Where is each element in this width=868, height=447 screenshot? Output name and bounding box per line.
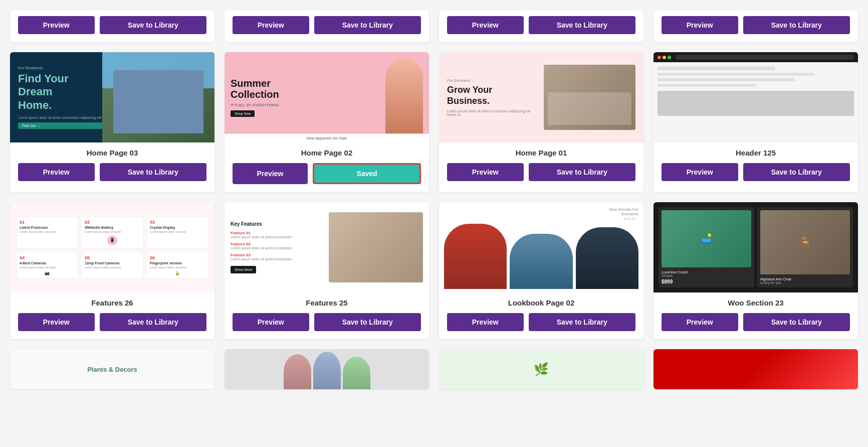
card-body-features26: Features 26 Preview Save to Library bbox=[10, 292, 214, 339]
team-person-2 bbox=[313, 352, 341, 389]
garden-icon: 🌿 bbox=[534, 362, 549, 376]
lookbook-header: New Arrivals ForEveryoneShop All → bbox=[444, 207, 638, 221]
save-button-features26[interactable]: Save to Library bbox=[100, 313, 207, 331]
save-button-features25[interactable]: Save to Library bbox=[314, 313, 421, 331]
card-actions-woo23: Preview Save to Library bbox=[662, 313, 850, 331]
lookbook-persons bbox=[444, 224, 638, 289]
save-button-header125[interactable]: Save to Library bbox=[743, 163, 850, 181]
home02-btn: Shop Now bbox=[231, 110, 255, 117]
preview-button-top-2[interactable]: Preview bbox=[233, 16, 309, 34]
card-garden: 🌿 bbox=[439, 349, 643, 389]
thumbnail-home02: SummerCollection IT'S ALL BY EVERYTHING … bbox=[225, 52, 429, 142]
preview-button-features26[interactable]: Preview bbox=[18, 313, 95, 331]
thumbnail-woo23: 🛋️ Luxurious Couch Unique $899 🪑 Highbac… bbox=[654, 202, 858, 292]
card-title-home02: Home Page 02 bbox=[233, 148, 421, 157]
thumbnail-red bbox=[654, 349, 858, 389]
thumbnail-team bbox=[225, 349, 429, 389]
thumbnail-plants: Plants & Decors bbox=[10, 349, 214, 389]
card-title-header125: Header 125 bbox=[662, 148, 850, 157]
card-top-3: Preview Save to Library bbox=[439, 10, 643, 42]
browser-bar bbox=[654, 52, 858, 62]
thumbnail-features25: Key Features Feature 01 Lorem ipsum dolo… bbox=[225, 202, 429, 292]
content-line-3 bbox=[658, 78, 795, 81]
card-title-woo23: Woo Section 23 bbox=[662, 299, 850, 307]
home02-sub: IT'S ALL BY EVERYTHING bbox=[231, 103, 381, 107]
card-home02: SummerCollection IT'S ALL BY EVERYTHING … bbox=[225, 52, 429, 192]
save-button-top-1[interactable]: Save to Library bbox=[100, 16, 207, 34]
home01-sub: Lorem ipsum dolor sit amet consectetur a… bbox=[447, 109, 539, 116]
home03-image bbox=[102, 52, 214, 142]
dot-green bbox=[668, 56, 671, 59]
card-actions-home02: Preview Saved bbox=[233, 163, 421, 184]
home02-headline: SummerCollection bbox=[231, 78, 381, 100]
card-plants: Plants & Decors bbox=[10, 349, 214, 389]
card-home03: For Residents Find YourDreamHome. Lorem … bbox=[10, 52, 214, 192]
saved-button-home02[interactable]: Saved bbox=[313, 163, 421, 184]
home01-text: For Business Grow YourBusiness. Lorem ip… bbox=[447, 78, 539, 116]
card-actions-home03: Preview Save to Library bbox=[18, 163, 206, 181]
dot-red bbox=[658, 56, 661, 59]
card-top-2: Preview Save to Library bbox=[225, 10, 429, 42]
thumbnail-header125 bbox=[654, 52, 858, 142]
card-actions-lookbook02: Preview Save to Library bbox=[447, 313, 635, 331]
home02-person bbox=[385, 59, 423, 136]
card-body-lookbook02: Lookbook Page 02 Preview Save to Library bbox=[439, 292, 643, 339]
feat26-item-3: 03 Crystal Display Lorem ipsum dolor sit… bbox=[146, 216, 208, 249]
card-features25: Key Features Feature 01 Lorem ipsum dolo… bbox=[225, 202, 429, 339]
save-button-top-3[interactable]: Save to Library bbox=[529, 16, 636, 34]
save-button-top-4[interactable]: Save to Library bbox=[743, 16, 850, 34]
card-red bbox=[654, 349, 858, 389]
content-line-4 bbox=[658, 84, 756, 87]
woo-item-2: 🪑 Highback Arm Chair luxury for you bbox=[757, 207, 853, 287]
feat26-item-2: 02 9500mAh Battery Lorem ipsum dolor sit… bbox=[81, 216, 143, 249]
feat25-cta[interactable]: Show More bbox=[231, 266, 256, 273]
woo-item-1-price: $899 bbox=[662, 279, 751, 284]
save-button-lookbook02[interactable]: Save to Library bbox=[529, 313, 636, 331]
card-body-header125: Header 125 Preview Save to Library bbox=[654, 142, 858, 189]
preview-button-top-4[interactable]: Preview bbox=[662, 16, 738, 34]
feat26-item-6: 06 Fingerprint version Lorem ipsum dolor… bbox=[146, 252, 208, 279]
features25-image bbox=[329, 212, 423, 282]
save-button-home01[interactable]: Save to Library bbox=[529, 163, 636, 181]
card-home01: For Business Grow YourBusiness. Lorem ip… bbox=[439, 52, 643, 192]
save-button-woo23[interactable]: Save to Library bbox=[743, 313, 850, 331]
content-line-1 bbox=[658, 66, 775, 70]
preview-button-home01[interactable]: Preview bbox=[447, 163, 524, 181]
home02-footer: New Apparels On Sale bbox=[225, 133, 429, 142]
card-header125: Header 125 Preview Save to Library bbox=[654, 52, 858, 192]
thumbnail-lookbook02: New Arrivals ForEveryoneShop All → bbox=[439, 202, 643, 292]
card-body-home01: Home Page 01 Preview Save to Library bbox=[439, 142, 643, 189]
preview-button-lookbook02[interactable]: Preview bbox=[447, 313, 524, 331]
save-button-home03[interactable]: Save to Library bbox=[100, 163, 207, 181]
feat26-item-1: 01 Latest Processor Lorem ipsum dolor si… bbox=[16, 216, 78, 249]
browser-content bbox=[654, 62, 858, 142]
card-top-4: Preview Save to Library bbox=[654, 10, 858, 42]
team-person-1 bbox=[284, 354, 311, 389]
preview-button-top-3[interactable]: Preview bbox=[447, 16, 524, 34]
preview-button-header125[interactable]: Preview bbox=[662, 163, 738, 181]
home01-label: For Business bbox=[447, 78, 539, 83]
save-button-top-2[interactable]: Save to Library bbox=[314, 16, 421, 34]
content-line-2 bbox=[658, 73, 815, 76]
preview-button-home02[interactable]: Preview bbox=[233, 163, 308, 184]
preview-button-features25[interactable]: Preview bbox=[233, 313, 309, 331]
preview-button-top-1[interactable]: Preview bbox=[18, 16, 95, 34]
card-actions-home01: Preview Save to Library bbox=[447, 163, 635, 181]
preview-button-home03[interactable]: Preview bbox=[18, 163, 95, 181]
card-actions-features26: Preview Save to Library bbox=[18, 313, 206, 331]
woo-item-1-sub: Unique bbox=[662, 274, 751, 277]
team-person-3 bbox=[343, 357, 370, 389]
home01-image bbox=[544, 65, 635, 130]
url-bar bbox=[676, 55, 854, 60]
dot-yellow bbox=[663, 56, 666, 59]
thumbnail-features26: 01 Latest Processor Lorem ipsum dolor si… bbox=[10, 202, 214, 292]
card-title-home03: Home Page 03 bbox=[18, 148, 206, 157]
card-body-home03: Home Page 03 Preview Save to Library bbox=[10, 142, 214, 189]
card-title-lookbook02: Lookbook Page 02 bbox=[447, 299, 635, 307]
card-lookbook02: New Arrivals ForEveryoneShop All → Lookb… bbox=[439, 202, 643, 339]
lookbook-person-2 bbox=[510, 234, 572, 289]
preview-button-woo23[interactable]: Preview bbox=[662, 313, 738, 331]
feat25-item-2: Feature 02 Lorem ipsum dolor sit amet co… bbox=[231, 242, 325, 250]
thumbnail-home01: For Business Grow YourBusiness. Lorem ip… bbox=[439, 52, 643, 142]
feat25-title: Key Features bbox=[231, 221, 325, 227]
